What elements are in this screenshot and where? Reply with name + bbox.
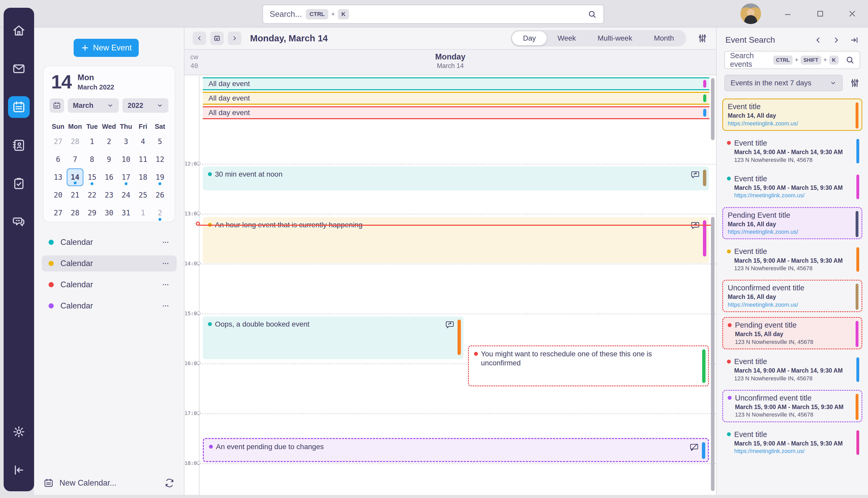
minical-day[interactable]: 16 (100, 168, 118, 186)
calendar-options-button[interactable] (161, 259, 170, 268)
minical-day[interactable]: 24 (118, 186, 135, 204)
chevron-left-icon[interactable] (814, 36, 823, 44)
sidebar-item-mail[interactable] (8, 58, 30, 80)
minical-day[interactable]: 4 (135, 133, 152, 150)
day-grid[interactable]: 12:0013:0014:0015:0016:0017:0018:00All d… (185, 76, 716, 495)
minical-day[interactable]: 21 (67, 186, 84, 204)
calendar-event[interactable]: An event pending due to changes (203, 438, 709, 462)
year-select[interactable]: 2022 (122, 98, 168, 113)
minical-day[interactable]: 15 (83, 168, 100, 186)
event-search-result[interactable]: Unconfirmed event titleMarch 16, All day… (722, 280, 862, 312)
minical-day[interactable]: 7 (67, 150, 84, 168)
event-search-result[interactable]: Event titleMarch 14, 9:00 AM - March 14,… (722, 136, 862, 167)
sync-icon[interactable] (164, 478, 175, 488)
previous-day-button[interactable] (193, 31, 206, 45)
minical-day[interactable]: 8 (83, 150, 100, 168)
calendar-list-item[interactable]: Calendar (42, 255, 177, 272)
calendar-list-item[interactable]: Calendar (42, 234, 177, 250)
calendar-event[interactable]: An hour long event that is currently hap… (203, 217, 709, 263)
minical-day[interactable]: 2 (100, 133, 118, 150)
event-search-result[interactable]: Pending event titleMarch 15, All day123 … (722, 317, 862, 349)
close-button[interactable] (847, 9, 857, 18)
global-search-input[interactable]: Search... CTRL+K (262, 5, 604, 24)
minical-day[interactable]: 14 (67, 168, 84, 186)
all-day-event[interactable]: All day event (203, 106, 709, 119)
all-day-event[interactable]: All day event (203, 77, 709, 90)
event-search-result[interactable]: Event titleMarch 14, All dayhttps://meet… (722, 99, 862, 131)
minical-day[interactable]: 22 (83, 186, 100, 204)
collapse-panel-icon[interactable] (850, 36, 859, 44)
minical-day[interactable]: 28 (67, 133, 84, 150)
minical-day[interactable]: 11 (135, 150, 152, 168)
tab-view-month[interactable]: Month (643, 31, 685, 45)
minical-day[interactable]: 27 (50, 133, 67, 150)
result-meeting-link[interactable]: https://meetinglink.zoom.us/ (728, 120, 850, 127)
new-event-button[interactable]: New Event (73, 39, 139, 57)
tab-view-day[interactable]: Day (512, 31, 547, 45)
event-search-result[interactable]: Unconfirmed event titleMarch 15, 9:00 AM… (722, 390, 862, 422)
day-scrollbar[interactable] (711, 217, 715, 491)
calendar-options-button[interactable] (161, 280, 170, 289)
view-options-icon[interactable] (697, 33, 708, 44)
allday-scrollbar[interactable] (711, 78, 715, 140)
today-button[interactable] (210, 31, 224, 45)
minical-day[interactable]: 19 (151, 168, 168, 186)
event-search-result[interactable]: Pending Event titleMarch 16, All dayhttp… (722, 207, 862, 239)
month-select[interactable]: March (68, 98, 119, 113)
calendar-options-button[interactable] (161, 238, 170, 247)
event-search-result[interactable]: Event titleMarch 15, 9:00 AM - March 15,… (722, 244, 862, 275)
minical-day[interactable]: 25 (135, 186, 152, 204)
event-search-result[interactable]: Event titleMarch 15, 9:00 AM - March 15,… (722, 427, 862, 458)
tab-view-multi-week[interactable]: Multi-week (587, 31, 643, 45)
search-icon[interactable] (845, 55, 855, 65)
result-meeting-link[interactable]: https://meetinglink.zoom.us/ (734, 192, 851, 199)
sidebar-item-calendar[interactable] (8, 96, 30, 118)
filter-options-icon[interactable] (850, 78, 860, 89)
search-icon[interactable] (587, 10, 597, 19)
minical-day[interactable]: 12 (151, 150, 168, 168)
sidebar-item-collapse[interactable] (8, 459, 30, 481)
date-picker-button[interactable] (50, 98, 64, 113)
minical-day[interactable]: 5 (151, 133, 168, 150)
event-search-result[interactable]: Event titleMarch 15, 9:00 AM - March 15,… (722, 171, 862, 202)
minical-day[interactable]: 3 (118, 133, 135, 150)
minical-day[interactable]: 1 (83, 133, 100, 150)
calendar-event[interactable]: Oops, a double booked event (203, 316, 463, 359)
tab-view-week[interactable]: Week (547, 31, 587, 45)
calendar-event[interactable]: 30 min event at noon (203, 167, 709, 190)
minical-day[interactable]: 31 (118, 204, 135, 222)
minical-day[interactable]: 2 (151, 204, 168, 222)
sidebar-item-address-book[interactable] (8, 134, 30, 156)
calendar-list-item[interactable]: Calendar (42, 298, 177, 314)
result-meeting-link[interactable]: https://meetinglink.zoom.us/ (728, 302, 850, 308)
chevron-right-icon[interactable] (832, 36, 841, 44)
minical-day[interactable]: 1 (135, 204, 152, 222)
calendar-event[interactable]: You might want to reschedule one of thes… (468, 345, 709, 386)
minical-day[interactable]: 13 (50, 168, 67, 186)
minical-day[interactable]: 28 (67, 204, 84, 222)
event-search-input[interactable]: Search events CTRL+SHIFT+K (724, 51, 860, 69)
result-meeting-link[interactable]: https://meetinglink.zoom.us/ (728, 229, 850, 235)
minical-day[interactable]: 6 (50, 150, 67, 168)
calendar-options-button[interactable] (161, 301, 170, 310)
next-day-button[interactable] (228, 31, 241, 45)
result-meeting-link[interactable]: https://meetinglink.zoom.us/ (734, 448, 851, 454)
sidebar-item-home[interactable] (8, 19, 30, 41)
minical-day[interactable]: 17 (118, 168, 135, 186)
minical-day[interactable]: 20 (50, 186, 67, 204)
minical-day[interactable]: 23 (100, 186, 118, 204)
sidebar-item-settings[interactable] (8, 421, 30, 443)
minical-day[interactable]: 26 (151, 186, 168, 204)
all-day-event[interactable]: All day event (203, 92, 709, 105)
event-range-select[interactable]: Events in the next 7 days (724, 75, 843, 91)
maximize-button[interactable] (815, 9, 825, 18)
avatar[interactable] (741, 3, 761, 24)
sidebar-item-tasks[interactable] (8, 173, 30, 194)
event-search-result[interactable]: Event titleMarch 14, 9:00 AM - March 14,… (722, 354, 862, 385)
minical-day[interactable]: 27 (50, 204, 67, 222)
minical-day[interactable]: 9 (100, 150, 118, 168)
new-calendar-button[interactable]: New Calendar... (59, 479, 117, 488)
minical-day[interactable]: 29 (83, 204, 100, 222)
minical-day[interactable]: 18 (135, 168, 152, 186)
minical-day[interactable]: 10 (118, 150, 135, 168)
